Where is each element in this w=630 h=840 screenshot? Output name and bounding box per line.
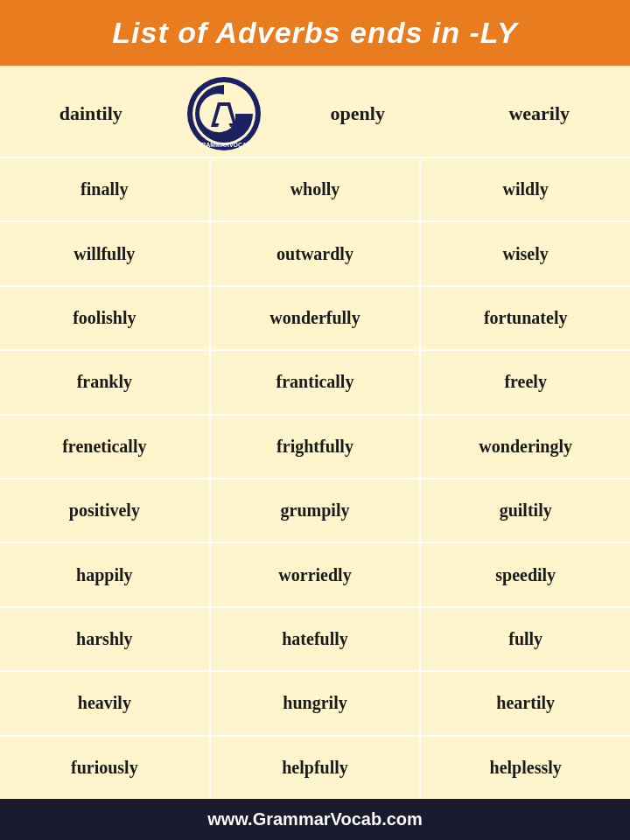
list-item: heavily [0,672,209,736]
list-item: furiously [0,737,209,799]
list-item: frankly [0,351,209,415]
logo-container: GRAMMARVOCAB [185,74,263,153]
list-item: wonderfully [211,287,420,351]
list-item: frightfully [211,416,420,480]
main-content: daintily GRAMMARVOCAB openly wearily fin… [0,66,630,799]
list-item: hungrily [211,672,420,736]
list-item: wisely [421,222,630,286]
list-item: wonderingly [421,416,630,480]
column-1: finallywillfullyfoolishlyfranklyfrenetic… [0,158,211,799]
list-item: heartily [421,672,630,736]
column-2: whollyoutwardlywonderfullyfranticallyfri… [211,158,422,799]
list-item: helpfully [211,737,420,799]
top-word-left: daintily [4,102,178,125]
list-item: foolishly [0,287,209,351]
list-item: wholly [211,158,420,222]
page-header: List of Adverbs ends in -LY [0,0,630,66]
column-3: wildlywiselyfortunatelyfreelywonderingly… [421,158,630,799]
list-item: guiltily [421,480,630,543]
list-item: wildly [421,158,630,222]
list-item: outwardly [211,222,420,286]
page-title: List of Adverbs ends in -LY [18,16,612,50]
list-item: frantically [211,351,420,415]
list-item: freely [421,351,630,415]
word-grid: finallywillfullyfoolishlyfranklyfrenetic… [0,158,630,799]
list-item: finally [0,158,209,222]
list-item: hatefully [211,608,420,672]
footer-url: www.GrammarVocab.com [207,809,423,829]
list-item: fortunately [421,287,630,351]
list-item: helplessly [421,737,630,799]
top-word-right: wearily [452,102,626,125]
top-row: daintily GRAMMARVOCAB openly wearily [0,66,630,158]
list-item: fully [421,608,630,672]
top-word-middle: openly [270,102,445,125]
list-item: grumpily [211,480,420,543]
svg-text:GRAMMARVOCAB: GRAMMARVOCAB [197,142,251,148]
list-item: frenetically [0,416,209,480]
grammar-vocab-logo: GRAMMARVOCAB [185,74,263,153]
list-item: speedily [421,543,630,607]
page-footer: www.GrammarVocab.com [0,799,630,840]
list-item: worriedly [211,543,420,607]
list-item: positively [0,480,209,543]
list-item: happily [0,543,209,607]
list-item: harshly [0,608,209,672]
list-item: willfully [0,222,209,286]
